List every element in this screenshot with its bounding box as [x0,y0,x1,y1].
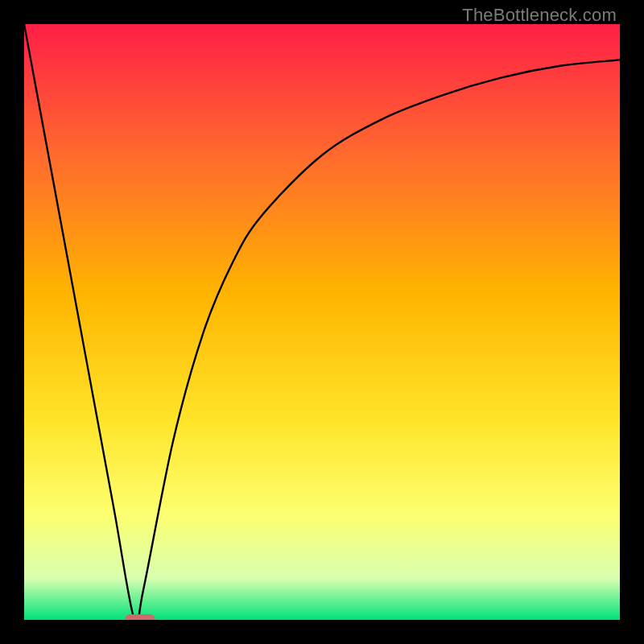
watermark-text: TheBottleneck.com [462,5,617,26]
optimum-marker [125,614,155,620]
chart-root: TheBottleneck.com [0,0,644,644]
curve-layer [24,24,620,620]
plot-area [24,24,620,620]
